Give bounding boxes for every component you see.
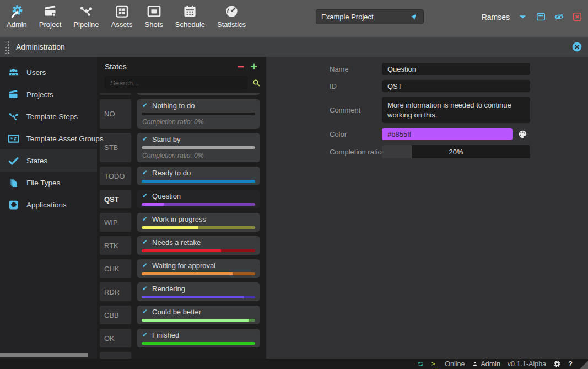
form-row-completion: Completion ratio 20% [330,145,588,158]
state-card[interactable]: ✔ Ready to do [137,167,260,185]
state-code-ok[interactable]: OK [100,329,131,347]
close-circle-icon[interactable] [571,41,582,52]
state-name: Finished [152,331,179,339]
check-icon: ✔ [142,215,148,223]
state-name: Nothing to do [152,101,195,110]
state-row-todo: TODO ✔ Ready to do [100,167,260,185]
state-row-rdr: RDR ✔ Rendering [100,282,260,301]
state-progress-bar [142,146,255,149]
toolbar-item-schedule[interactable]: Schedule [175,4,205,29]
resize-grip[interactable] [580,361,588,369]
state-code-wip[interactable]: WIP [100,213,131,232]
chevron-down-icon[interactable] [517,12,528,22]
state-name: Stand by [152,135,180,143]
check-icon: ✔ [142,331,148,339]
completion-slider[interactable]: 20% [382,145,530,158]
form-row-name: Name [330,63,588,75]
comment-input[interactable]: More information is needed to continue w… [382,97,530,123]
state-code-cbb[interactable]: CBB [100,306,131,324]
state-progress-bar [142,203,255,206]
check-icon: ✔ [142,169,148,177]
name-input[interactable] [382,63,530,75]
state-card[interactable]: ✔ Stand by Completion ratio: 0% [137,133,260,162]
state-name: Rendering [152,285,185,293]
completion-value: 20% [382,145,530,158]
comment-label: Comment [330,106,382,114]
state-row-ok: OK ✔ Finished [100,329,260,347]
sidebar-item-template-asset-groups[interactable]: Template Asset Groups [0,127,97,149]
state-code-qst[interactable]: QST [100,190,131,208]
help-button[interactable]: ? [568,360,573,368]
state-progress-bar [142,249,255,252]
administration-bar: Administration [0,37,588,57]
color-input[interactable] [382,128,513,140]
add-state-button[interactable]: + [247,61,261,72]
sidebar-item-applications[interactable]: Applications [0,194,97,216]
state-code-no[interactable]: NO [100,99,131,129]
remove-state-button[interactable]: − [234,61,247,72]
toolbar-item-assets[interactable]: Assets [111,4,133,29]
sidebar-item-projects[interactable]: Projects [0,83,97,105]
search-icon[interactable] [252,78,261,87]
pipeline-icon [79,4,94,19]
sidebar-item-file-types[interactable]: File Types [0,172,97,194]
eye-hidden-icon[interactable] [554,12,564,22]
state-card[interactable]: ✔ Rendering [137,282,260,301]
toolbar-items: Admin Project Pipeline Assets Shots Sche… [7,4,246,29]
check-icon: ✔ [142,192,148,200]
form-row-color: Color [330,128,588,140]
toolbar-item-pipeline[interactable]: Pipeline [73,4,99,29]
project-selector[interactable]: Example Project [316,9,424,24]
search-input[interactable] [105,76,247,89]
drag-handle-icon[interactable] [4,40,10,54]
states-panel: States − + NO ✔ Nothing to do [97,57,266,359]
state-code-rtk[interactable]: RTK [100,236,131,255]
close-icon[interactable] [572,12,582,22]
user-name: Ramses [482,13,510,22]
console-icon[interactable]: >_ [431,360,438,367]
id-input[interactable] [382,80,530,92]
form-row-id: ID [330,80,588,92]
current-user-name: Admin [481,360,500,368]
states-panel-title: States [105,62,127,71]
sidebar-items: Users Projects Template Steps Template A… [0,61,97,216]
window-icon[interactable] [536,12,546,22]
admin-sidebar: Users Projects Template Steps Template A… [0,57,97,359]
horizontal-scrollbar[interactable] [0,353,88,357]
state-row-wip: WIP ✔ Work in progress [100,213,260,232]
state-row-qst: QST ✔ Question [100,190,260,208]
state-row-partial [100,93,260,95]
state-card[interactable]: ✔ Waiting for approval [137,259,260,278]
state-card[interactable]: ✔ Question [137,190,260,208]
toolbar-item-admin[interactable]: Admin [7,4,27,29]
gear-icon[interactable] [553,360,561,368]
state-name: Question [152,192,181,200]
status-bar: >_ Online Admin v0.1.1-Alpha ? [0,359,588,369]
palette-icon[interactable] [517,129,528,140]
state-row-partial [100,352,260,359]
state-card[interactable]: ✔ Needs a retake [137,236,260,255]
toolbar-item-project[interactable]: Project [39,4,61,29]
state-card[interactable]: ✔ Finished [137,329,260,347]
state-card[interactable]: ✔ Nothing to do Completion ratio: 0% [137,99,260,129]
name-label: Name [330,65,382,73]
state-code-stb[interactable]: STB [100,133,131,162]
project-selector-value: Example Project [321,13,374,21]
state-card[interactable]: ✔ Could be better [137,306,260,324]
sidebar-item-states[interactable]: States [0,149,97,172]
state-progress-bar [142,272,255,275]
state-card[interactable]: ✔ Work in progress [137,213,260,232]
state-code-todo[interactable]: TODO [100,167,131,185]
main-body: Users Projects Template Steps Template A… [0,57,588,359]
state-progress-bar [142,180,255,183]
state-code-chk[interactable]: CHK [100,259,131,278]
state-code-rdr[interactable]: RDR [100,282,131,301]
sidebar-item-template-steps[interactable]: Template Steps [0,105,97,127]
toolbar-item-shots[interactable]: Shots [145,4,163,29]
states-icon [8,155,19,167]
sidebar-item-users[interactable]: Users [0,61,97,83]
toolbar-item-statistics[interactable]: Statistics [217,4,246,29]
refresh-icon[interactable] [417,360,424,368]
check-icon: ✔ [142,261,148,270]
state-name: Could be better [152,308,201,316]
